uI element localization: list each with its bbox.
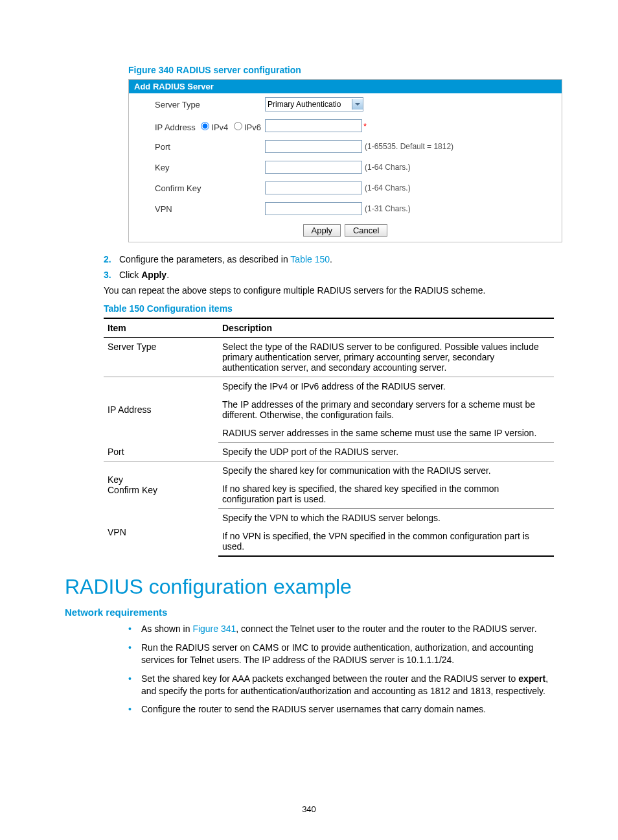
panel-title: Add RADIUS Server (129, 80, 562, 93)
r4-d2: If no shared key is specified, the share… (218, 480, 554, 509)
table-150-link[interactable]: Table 150 (290, 254, 330, 264)
apply-button[interactable]: Apply (303, 224, 341, 237)
port-hint: (1-65535. Default = 1812) (365, 142, 453, 151)
bullet-2: Run the RADIUS server on CAMS or IMC to … (128, 642, 553, 666)
repeat-paragraph: You can repeat the above steps to config… (104, 285, 553, 296)
r5-item: VPN (104, 509, 218, 557)
confirm-key-label: Confirm Key (155, 183, 265, 193)
page-number: 340 (0, 804, 618, 814)
r3-desc: Specify the UDP port of the RADIUS serve… (218, 443, 554, 461)
heading-network-requirements: Network requirements (65, 607, 553, 618)
vpn-input[interactable] (265, 202, 362, 215)
server-type-value: Primary Authenticatio (266, 100, 341, 109)
ip-address-label: IP Address IPv4 IPv6 (155, 120, 265, 132)
confirm-key-input[interactable] (265, 181, 362, 194)
r4-d1: Specify the shared key for communication… (218, 461, 554, 480)
network-bullets: As shown in Figure 341, connect the Teln… (128, 623, 553, 716)
r2-d2: The IP addresses of the primary and seco… (218, 395, 554, 424)
step-3: 3. Click Apply. (104, 270, 553, 280)
bullet-3: Set the shared key for AAA packets excha… (128, 673, 553, 697)
figure-caption: Figure 340 RADIUS server configuration (128, 65, 553, 75)
ipv4-radio[interactable] (201, 122, 209, 130)
key-hint: (1-64 Chars.) (365, 163, 411, 172)
r2-d1: Specify the IPv4 or IPv6 address of the … (218, 377, 554, 396)
r3-item: Port (104, 443, 218, 461)
chevron-down-icon[interactable] (352, 99, 363, 110)
port-input[interactable] (265, 140, 362, 153)
r2-item: IP Address (104, 377, 218, 443)
confirm-key-hint: (1-64 Chars.) (365, 183, 411, 192)
cancel-button[interactable]: Cancel (345, 224, 387, 237)
server-type-dropdown[interactable]: Primary Authenticatio (265, 97, 363, 111)
key-label: Key (155, 163, 265, 172)
r1-item: Server Type (104, 338, 218, 377)
bullet-4: Configure the router to send the RADIUS … (128, 703, 553, 716)
r1-desc: Select the type of the RADIUS server to … (218, 338, 554, 377)
bullet-1: As shown in Figure 341, connect the Teln… (128, 623, 553, 635)
ipv6-radio[interactable] (234, 122, 242, 130)
figure-341-link[interactable]: Figure 341 (192, 624, 236, 634)
heading-radius-example: RADIUS configuration example (65, 575, 553, 599)
r5-d1: Specify the VPN to which the RADIUS serv… (218, 509, 554, 528)
vpn-label: VPN (155, 204, 265, 214)
th-desc: Description (218, 318, 554, 338)
key-input[interactable] (265, 161, 362, 174)
step-2: 2. Configure the parameters, as describe… (104, 254, 553, 264)
ip-address-input[interactable] (265, 119, 362, 132)
config-table: Item Description Server Type Select the … (104, 318, 554, 557)
vpn-hint: (1-31 Chars.) (365, 204, 411, 213)
r4-item: Key Confirm Key (104, 461, 218, 509)
port-label: Port (155, 142, 265, 152)
required-star-icon: * (363, 121, 367, 131)
r5-d2: If no VPN is specified, the VPN specifie… (218, 527, 554, 556)
radius-panel: Add RADIUS Server Server Type Primary Au… (128, 79, 562, 242)
r2-d3: RADIUS server addresses in the same sche… (218, 424, 554, 443)
server-type-label: Server Type (155, 100, 265, 110)
th-item: Item (104, 318, 218, 338)
table-caption: Table 150 Configuration items (104, 303, 553, 314)
steps-list: 2. Configure the parameters, as describe… (104, 254, 553, 280)
